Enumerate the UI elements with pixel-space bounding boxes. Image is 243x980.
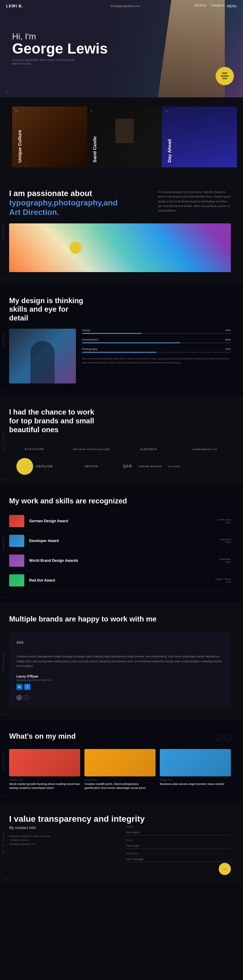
- skill-dev-track: [82, 342, 231, 343]
- skills-person: [30, 341, 55, 383]
- client-logo-0: PAPYFARE: [25, 448, 44, 451]
- testimonial-pagination: 1 2: [16, 695, 224, 700]
- work-card-2-num: 02: [90, 110, 93, 112]
- clients-section: MY CLIENTS I had the chance to work for …: [0, 396, 243, 485]
- contact-message-input[interactable]: [126, 856, 231, 862]
- clients-heading: I had the chance to work for top brands …: [9, 408, 100, 434]
- client-logo-villaes: Villaes: [168, 465, 180, 468]
- clients-grid: PAPYFARE ARTCHIVE CRAFTS GALLERY ALPATEC…: [9, 443, 231, 473]
- testimonial-author: Lacey O'Ryan Branding Specialist at Dail…: [16, 675, 224, 690]
- award-year-3: 2019: [215, 581, 231, 583]
- work-card-3[interactable]: Day Ahead 03: [162, 107, 237, 167]
- client-artchive: ARTCHIVE CRAFTS GALLERY: [66, 443, 117, 455]
- client-logo-3: Harrywood co.: [193, 448, 218, 451]
- nav-logo[interactable]: LEWI B.: [6, 4, 23, 8]
- skill-design-label: Design: [82, 329, 90, 332]
- insights-cards: 30 March 2021 Stock market growth hackin…: [9, 749, 231, 790]
- clients-side-label: MY CLIENTS: [2, 431, 5, 450]
- insight-thumb-0: [9, 749, 80, 776]
- about-section: ABOUT ME I am passionate about typograph…: [0, 177, 243, 284]
- work-card-1[interactable]: Unique Culture 01: [12, 107, 87, 167]
- skills-section: SERVICES My design is thinking skills an…: [0, 284, 243, 396]
- about-image-bg: [9, 223, 231, 272]
- award-name-3: Red Dot Award: [29, 578, 210, 582]
- contact-section: GET IN TOUCH I value transparency and in…: [0, 802, 243, 884]
- award-thumb-0: [9, 515, 24, 527]
- section-number-hero: 01: [6, 91, 9, 94]
- contact-address: Helzinger Strasse 03, Berlin, Germany: [9, 835, 114, 838]
- section-number-about: 02: [4, 278, 7, 280]
- contact-name-input[interactable]: [126, 830, 231, 835]
- client-capilion-cell: Capilion: [9, 460, 60, 473]
- insight-date-0: 30 March 2021: [9, 779, 80, 781]
- nav-link-behance[interactable]: Behance: [194, 4, 206, 7]
- skill-dev-value: 66%: [226, 338, 231, 341]
- clients-yellow-circle: [16, 458, 33, 475]
- work-card-3-num: 03: [165, 110, 168, 112]
- award-name-2: World Brand Design Awards: [29, 558, 215, 563]
- insights-heading: What's on my mind: [9, 732, 76, 740]
- testimonials-section: TESTIMONIALS Multiple brands are happy t…: [0, 603, 243, 720]
- social-facebook-icon[interactable]: f: [24, 684, 30, 690]
- awards-list: German Design Award Sundacones 2021 Deve…: [9, 511, 231, 590]
- work-card-1-num: 01: [15, 110, 18, 112]
- skill-design-fill: [82, 333, 142, 334]
- skill-design-header: Design 40%: [82, 329, 231, 332]
- skill-photo-header: Photography 50%: [82, 348, 231, 351]
- section-number-skills: 03: [4, 389, 7, 391]
- skill-photo-value: 50%: [226, 348, 231, 351]
- skills-bars: Design 40% Development 66% Photography: [82, 329, 231, 383]
- work-card-2-title: Sand Castle: [92, 136, 97, 162]
- about-image: [9, 223, 231, 272]
- contact-submit-button[interactable]: →: [219, 863, 231, 875]
- award-thumb-2: [9, 555, 24, 567]
- contact-email-input[interactable]: [126, 843, 231, 849]
- work-card-2[interactable]: Sand Castle 02: [87, 107, 162, 167]
- section-number-testimonials: 06: [4, 713, 7, 716]
- testimonial-dot-2[interactable]: 2: [24, 695, 29, 700]
- testimonials-heading: Multiple brands are happy to work with m…: [9, 615, 231, 623]
- award-sponsor-0: Sundacones: [218, 518, 231, 521]
- client-harrywood: Harrywood co.: [180, 443, 231, 455]
- hero-name: George Lewis: [12, 41, 108, 56]
- nav-menu[interactable]: MENU: [227, 4, 237, 8]
- insight-card-2[interactable]: 03 April 2021 Business plan assets angel…: [160, 749, 231, 790]
- award-meta-2: Nashvuller 2020: [219, 558, 231, 563]
- work-card-2-decor: [115, 119, 134, 143]
- testimonial-dot-1[interactable]: 1: [16, 695, 22, 700]
- testimonial-dot-1-label: 1: [19, 697, 20, 699]
- hero-badge-line1: NEW: [221, 72, 229, 75]
- insights-nav-buttons: ← →: [216, 734, 231, 741]
- insight-card-1[interactable]: 10 April 2021 Creative stealth pitch. Cl…: [84, 749, 156, 790]
- nav-email: hello@georgislewis.com: [110, 5, 140, 8]
- award-thumb-3: [9, 574, 24, 587]
- skill-development: Development 66%: [82, 338, 231, 343]
- hero-badge-line3: 2022: [221, 77, 229, 80]
- insights-side-label: MY INSIGHTS: [2, 751, 5, 771]
- works-cards-container: Unique Culture 01 Sand Castle 02 Day Ahe…: [12, 107, 237, 167]
- nav-link-instagram[interactable]: Instagram: [211, 4, 225, 7]
- social-linkedin-icon[interactable]: in: [16, 684, 22, 690]
- insight-card-0[interactable]: 30 March 2021 Stock market growth hackin…: [9, 749, 80, 790]
- insights-prev-button[interactable]: ←: [216, 734, 222, 741]
- award-name-0: German Design Award: [29, 519, 213, 523]
- award-year-0: 2021: [218, 521, 231, 524]
- contact-email-label: EMAIL: [126, 839, 231, 841]
- client-neuton: NEUTON: [66, 460, 117, 473]
- contact-layout: My contact info Helzinger Strasse 03, Be…: [9, 826, 231, 866]
- award-meta-1: Daily Rise 2020: [220, 538, 231, 544]
- award-row-3: Red Dot Award Unique Trends 2019: [9, 571, 231, 590]
- client-papyfare: PAPYFARE: [9, 443, 60, 455]
- skills-image: [9, 329, 76, 383]
- testimonial-card: ““ Creative product management vitality …: [9, 632, 231, 708]
- client-villaes: Villaes: [168, 460, 180, 473]
- skill-dev-fill: [82, 342, 180, 343]
- hero-section: Hi, I'm George Lewis A VISUAL DESIGNER W…: [0, 0, 243, 97]
- about-heading: I am passionate about typography,photogr…: [9, 189, 106, 217]
- insight-thumb-2: [160, 749, 231, 776]
- skill-photography: Photography 50%: [82, 348, 231, 353]
- skill-dev-label: Development: [82, 338, 98, 341]
- insights-next-button[interactable]: →: [224, 734, 231, 741]
- contact-name-field: NAME: [126, 826, 231, 835]
- testimonial-socials: in f: [16, 684, 224, 690]
